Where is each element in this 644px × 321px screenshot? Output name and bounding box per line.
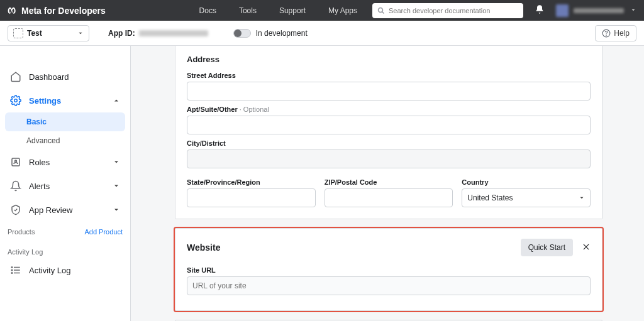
user-menu[interactable] xyxy=(556,4,624,17)
label-state: State/Province/Region xyxy=(187,178,316,186)
shield-check-icon xyxy=(10,204,21,215)
dev-status: In development xyxy=(233,29,308,38)
search-icon xyxy=(377,7,385,14)
website-heading: Website xyxy=(187,242,220,253)
sidebar-item-appreview[interactable]: App Review xyxy=(0,198,130,222)
chevron-up-icon xyxy=(113,97,120,104)
sidebar-item-roles[interactable]: Roles xyxy=(0,150,130,174)
chevron-down-icon xyxy=(113,206,120,214)
nav-support[interactable]: Support xyxy=(269,0,316,21)
home-icon xyxy=(10,71,21,82)
sidebar-products-section: Products Add Product xyxy=(0,222,130,238)
bell-icon xyxy=(10,180,21,192)
sidebar-subitem-basic[interactable]: Basic xyxy=(5,112,125,131)
status-toggle[interactable] xyxy=(233,29,251,38)
sidebar-item-dashboard[interactable]: Dashboard xyxy=(0,65,130,89)
help-icon xyxy=(602,29,611,38)
chevron-down-icon xyxy=(113,182,120,190)
apt-input[interactable] xyxy=(187,116,591,134)
app-icon xyxy=(13,28,23,38)
svg-point-3 xyxy=(606,35,607,35)
topbar: Meta for Developers Docs Tools Support M… xyxy=(0,0,644,21)
address-card: Address Street Address Apt/Suite/Other ·… xyxy=(175,46,602,219)
app-selector[interactable]: Test xyxy=(8,25,89,41)
notification-icon[interactable] xyxy=(535,4,545,16)
sidebar-item-settings[interactable]: Settings xyxy=(0,89,130,112)
add-product-link[interactable]: Add Product xyxy=(84,228,123,236)
svg-point-12 xyxy=(11,273,13,274)
chevron-down-icon xyxy=(579,195,585,201)
city-input[interactable] xyxy=(187,150,591,168)
zip-input[interactable] xyxy=(325,188,453,207)
main-content: Address Street Address Apt/Suite/Other ·… xyxy=(131,46,644,321)
svg-point-11 xyxy=(11,269,13,271)
country-select[interactable]: United States xyxy=(462,188,591,207)
sidebar: Dashboard Settings Basic Advanced Roles xyxy=(0,46,131,321)
sidebar-item-alerts[interactable]: Alerts xyxy=(0,174,130,198)
state-input[interactable] xyxy=(187,188,316,207)
label-country: Country xyxy=(462,178,591,186)
label-zip: ZIP/Postal Code xyxy=(325,178,453,186)
label-street: Street Address xyxy=(187,72,591,79)
svg-point-4 xyxy=(14,99,18,102)
sidebar-subitem-advanced[interactable]: Advanced xyxy=(0,131,130,150)
quick-start-button[interactable]: Quick Start xyxy=(521,239,573,256)
app-name: Test xyxy=(27,29,42,38)
label-apt: Apt/Suite/Other · Optional xyxy=(187,106,591,113)
sidebar-item-activitylog[interactable]: Activity Log xyxy=(0,258,130,282)
app-id: App ID: xyxy=(108,29,208,38)
nav-tools[interactable]: Tools xyxy=(229,0,267,21)
sidebar-activitylog-section: Activity Log xyxy=(0,238,130,258)
nav-docs[interactable]: Docs xyxy=(189,0,226,21)
search-box[interactable] xyxy=(372,3,523,18)
chevron-down-icon xyxy=(77,30,84,36)
topbar-nav: Docs Tools Support My Apps xyxy=(189,0,367,21)
address-heading: Address xyxy=(187,55,591,64)
website-card: Website Quick Start Site URL xyxy=(175,228,602,311)
svg-line-1 xyxy=(382,11,384,13)
svg-point-6 xyxy=(15,160,17,162)
meta-icon xyxy=(8,6,18,16)
svg-point-0 xyxy=(379,8,383,12)
roles-icon xyxy=(10,156,21,168)
gear-icon xyxy=(10,95,21,106)
label-siteurl: Site URL xyxy=(187,266,591,274)
brand-text: Meta for Developers xyxy=(21,6,106,16)
chevron-down-icon[interactable] xyxy=(630,6,636,15)
list-icon xyxy=(10,264,21,276)
brand-logo[interactable]: Meta for Developers xyxy=(8,6,106,16)
search-input[interactable] xyxy=(389,7,518,14)
chevron-down-icon xyxy=(113,158,120,166)
siteurl-input[interactable] xyxy=(187,276,591,295)
avatar xyxy=(556,4,569,17)
label-city: City/District xyxy=(187,139,591,147)
svg-point-10 xyxy=(11,267,13,268)
nav-myapps[interactable]: My Apps xyxy=(318,0,367,21)
help-button[interactable]: Help xyxy=(595,25,636,41)
street-input[interactable] xyxy=(187,82,591,101)
subbar: Test App ID: In development Help xyxy=(0,21,644,46)
close-icon[interactable] xyxy=(582,242,591,253)
